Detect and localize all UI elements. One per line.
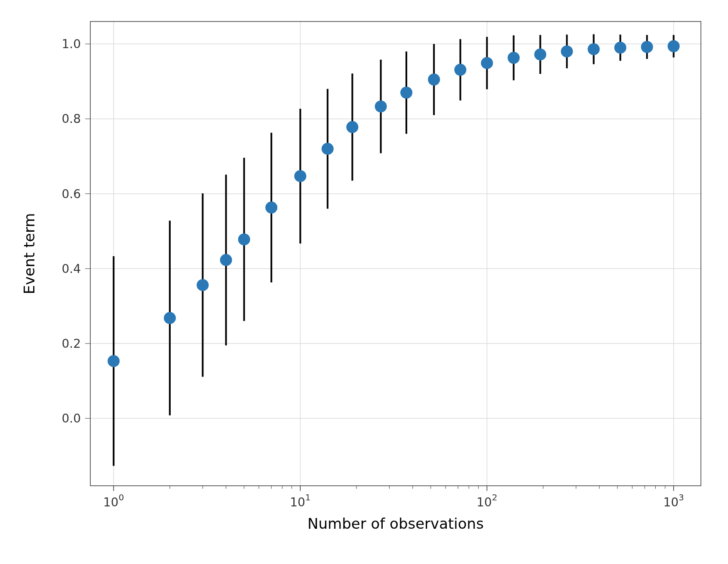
data-point [428,74,440,86]
data-point [588,43,600,55]
y-axis: 0.00.20.40.60.81.0 [61,37,90,426]
data-point [197,279,209,291]
error-bars [114,34,673,466]
y-tick-label: 0.8 [61,112,81,126]
data-point [561,46,573,58]
data-points [108,40,679,367]
x-tick-label: 103 [663,492,684,509]
data-point [481,57,493,69]
x-tick-label: 101 [290,492,310,509]
data-point [265,202,277,214]
data-point [164,312,176,324]
data-point [508,52,520,64]
data-point [108,355,120,367]
data-point [220,254,232,266]
x-axis: 100101102103 [103,486,684,509]
x-tick-label: 100 [103,492,124,509]
event-term-chart: 0.00.20.40.60.81.0 100101102103 Number o… [0,0,728,564]
plot-frame [90,21,701,486]
data-point [375,101,387,113]
y-tick-label: 0.6 [61,187,81,201]
data-point [238,233,250,245]
data-point [534,49,546,61]
y-axis-label: Event term [21,213,38,294]
grid [90,21,701,486]
y-tick-label: 0.4 [61,262,81,276]
data-point [455,64,467,76]
y-tick-label: 1.0 [61,37,81,51]
x-tick-label: 102 [476,492,497,509]
data-point [668,40,680,52]
data-point [294,170,306,182]
data-point [641,41,653,53]
x-axis-label: Number of observations [307,515,484,532]
data-point [322,143,334,155]
data-point [614,42,627,54]
data-point [400,86,412,98]
y-tick-label: 0.0 [61,411,81,426]
data-point [346,121,358,133]
y-tick-label: 0.2 [61,337,81,351]
